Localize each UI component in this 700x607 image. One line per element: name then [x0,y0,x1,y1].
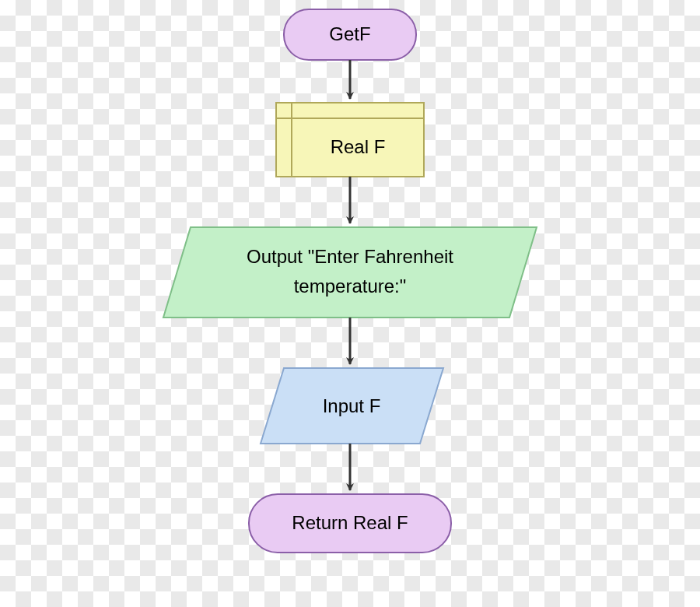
node-output: Output "Enter Fahrenheit temperature:" [163,227,537,318]
node-start-label: GetF [329,23,370,44]
node-output-label-line2: temperature:" [294,275,407,296]
node-return: Return Real F [249,494,451,553]
node-start: GetF [284,9,416,60]
node-input: Input F [261,368,443,444]
node-output-label-line1: Output "Enter Fahrenheit [247,246,453,267]
node-input-label: Input F [323,395,381,416]
svg-marker-6 [163,227,537,318]
node-return-label: Return Real F [292,512,408,533]
node-declare-label: Real F [331,136,386,157]
flowchart-svg: GetF Real F Output "Enter Fahrenheit tem… [0,0,700,607]
flowchart-canvas: GetF Real F Output "Enter Fahrenheit tem… [0,0,700,607]
node-declare: Real F [276,103,424,177]
